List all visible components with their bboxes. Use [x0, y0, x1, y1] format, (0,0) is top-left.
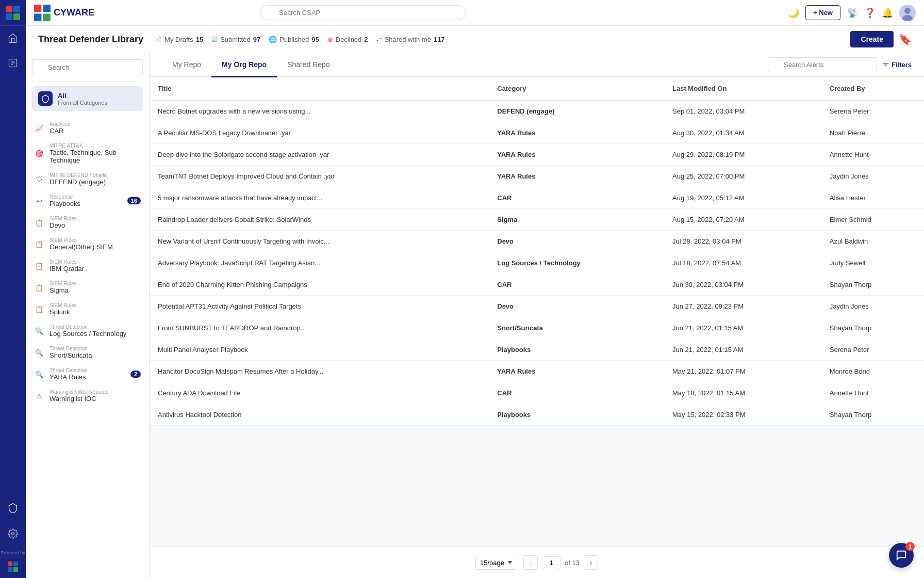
theme-toggle-icon[interactable]: 🌙 [788, 7, 799, 19]
cell-author: Serena Peter [821, 339, 924, 361]
table-row[interactable]: Antivirus Hacktool Detection Playbooks M… [150, 404, 924, 426]
per-page-select[interactable]: 15/page 25/page 50/page [475, 556, 517, 570]
sidebar-item-log-sources--technology[interactable]: 🔍 Threat Detection Log Sources / Technol… [26, 320, 149, 342]
col-header-created_by: Created By [821, 77, 924, 100]
page-nav: ‹ of 13 › [523, 555, 598, 570]
tab-shared_repo[interactable]: Shared Repo [277, 53, 340, 77]
create-button[interactable]: Create [850, 31, 894, 47]
cell-date: Jun 27, 2022, 09:23 PM [664, 296, 821, 317]
notification-icon[interactable]: 🔔 [882, 7, 893, 19]
sidebar-item-splunk[interactable]: 📋 SIEM Rules Splunk [26, 298, 149, 320]
cat-badge: 16 [127, 197, 141, 204]
table-row[interactable]: Potential APT31 Activity Against Politic… [150, 296, 924, 317]
svg-rect-10 [13, 561, 18, 566]
svg-rect-12 [13, 567, 18, 572]
cell-author: Azul Baldwin [821, 231, 924, 252]
table-row[interactable]: A Peculiar MS-DOS Legacy Downloader .yar… [150, 122, 924, 144]
table-row[interactable]: Raindrop Loader delivers Cobalt Strike; … [150, 209, 924, 231]
cell-category: Playbooks [489, 339, 664, 361]
nav-item-shield[interactable] [0, 496, 26, 519]
cell-author: Jaydin Jones [821, 296, 924, 317]
sidebar-item-defend-engage[interactable]: 🛡 MITRE DEFEND / Shield DEFEND (engage) [26, 168, 149, 190]
new-button[interactable]: + New [805, 5, 840, 20]
sidebar-item-tactic,-technique,-sub-technique[interactable]: 🎯 MITRE ATT&K Tactic, Technique, Sub-Tec… [26, 139, 149, 168]
cell-author: Annette Hunt [821, 382, 924, 404]
rss-icon[interactable]: 📡 [847, 7, 858, 19]
nav-item-settings[interactable] [0, 522, 26, 545]
sidebar-item-yara-rules[interactable]: 🔍 Threat Detection YARA Rules 2 [26, 363, 149, 385]
table-row[interactable]: Hancitor DocuSign Malspam Resumes After … [150, 361, 924, 382]
table-row[interactable]: New Variant of Ursnif Continuously Targe… [150, 231, 924, 252]
cat-name: IBM Qradar [50, 265, 141, 272]
table-row[interactable]: Adversary Playbook: JavaScript RAT Targe… [150, 252, 924, 274]
next-page-button[interactable]: › [584, 555, 598, 570]
cell-date: Aug 25, 2022, 07:00 PM [664, 166, 821, 187]
cat-badge: 2 [130, 371, 141, 378]
sidebar-item-ibm-qradar[interactable]: 📋 SIEM Rules IBM Qradar [26, 255, 149, 277]
table-row[interactable]: Century ADA Download File CAR May 18, 20… [150, 382, 924, 404]
submitted-icon: ☑ [211, 36, 218, 43]
badge-submitted[interactable]: ☑ Submitted 97 [211, 36, 260, 43]
cell-category: CAR [489, 187, 664, 209]
cell-author: Serena Peter [821, 100, 924, 122]
sidebar-item-sigma[interactable]: 📋 SIEM Rules Sigma [26, 277, 149, 298]
sidebar-item-generalother-siem[interactable]: 📋 SIEM Rules General(Other) SIEM [26, 233, 149, 255]
sidebar-search-input[interactable] [32, 59, 143, 75]
sidebar-item-playbooks[interactable]: ↩ Response Playbooks 16 [26, 190, 149, 212]
cat-name: YARA Rules [50, 373, 125, 381]
sidebar-all-categories[interactable]: All From all Categories [32, 86, 143, 111]
cell-category: Sigma [489, 209, 664, 231]
cat-icon: 📋 [34, 304, 44, 314]
bookmark-icon[interactable]: 🔖 [899, 33, 912, 45]
cat-icon: 🔍 [34, 369, 44, 379]
badge-my-drafts-count: 15 [196, 36, 203, 43]
header-actions: 🌙 + New 📡 ❓ 🔔 [788, 5, 916, 21]
cat-name: Devo [50, 221, 141, 229]
cat-type: Warninglist/ Well Reputed [50, 389, 141, 395]
avatar[interactable] [899, 5, 916, 21]
tab-my_repo[interactable]: My Repo [162, 53, 211, 77]
global-search-input[interactable] [260, 5, 466, 20]
badge-declined[interactable]: ⊗ Declined 2 [327, 36, 368, 43]
table-row[interactable]: Necro Botnet upgrades with a new version… [150, 100, 924, 122]
prev-page-button[interactable]: ‹ [523, 555, 538, 570]
sidebar-item-devo[interactable]: 📋 SIEM Rules Devo [26, 212, 149, 233]
svg-rect-9 [8, 561, 12, 566]
cell-title: A Peculiar MS-DOS Legacy Downloader .yar [150, 122, 489, 144]
table-row[interactable]: End of 2020 Charming Kitten Phishing Cam… [150, 274, 924, 296]
badge-submitted-count: 97 [253, 36, 260, 43]
table-row[interactable]: Deep dive into the Solorigate second-sta… [150, 144, 924, 166]
nav-item-home[interactable] [0, 26, 26, 51]
col-header-last_modified: Last Modified On [664, 77, 821, 100]
svg-rect-2 [6, 13, 12, 20]
sidebar-item-snortsuricata[interactable]: 🔍 Threat Detection Snort/Suricata [26, 342, 149, 363]
badge-my-drafts[interactable]: 📄 My Drafts 15 [154, 36, 203, 43]
sidebar-item-warninglist-ioc[interactable]: ⚠ Warninglist/ Well Reputed Warninglist … [26, 385, 149, 407]
help-icon[interactable]: ❓ [864, 7, 876, 19]
filters-button[interactable]: Filters [882, 61, 912, 69]
table-row[interactable]: TeamTNT Botnet Deploys Improved Cloud an… [150, 166, 924, 187]
cell-date: Sep 01, 2022, 03:04 PM [664, 100, 821, 122]
cell-author: Judy Sewell [821, 252, 924, 274]
badge-published-count: 95 [311, 36, 319, 43]
cell-category: YARA Rules [489, 144, 664, 166]
table-row[interactable]: 5 major ransomware attacks that have alr… [150, 187, 924, 209]
nav-item-documents[interactable] [0, 51, 26, 75]
cat-icon: 📋 [34, 239, 44, 249]
search-alerts-input[interactable] [768, 57, 877, 72]
app-logo-nav[interactable] [0, 0, 26, 26]
badge-shared-with-me[interactable]: ⇌ Shared with me 117 [376, 36, 445, 43]
cell-date: May 18, 2022, 01:15 AM [664, 382, 821, 404]
chat-bubble[interactable]: 1 [889, 543, 914, 568]
cat-icon: 📋 [34, 217, 44, 228]
tab-my_org_repo[interactable]: My Org Repo [211, 53, 277, 77]
page-input[interactable] [542, 556, 560, 569]
table-row[interactable]: From SUNBURST to TEARDROP and Raindrop..… [150, 317, 924, 339]
sidebar-item-car[interactable]: 📈 Analytics CAR [26, 117, 149, 139]
cat-type: MITRE DEFEND / Shield [50, 172, 141, 178]
table-row[interactable]: Multi Panel Analyser Playbook Playbooks … [150, 339, 924, 361]
cat-type: Threat Detection [50, 324, 141, 330]
col-header-category: Category [489, 77, 664, 100]
badge-published[interactable]: 🌐 Published 95 [269, 36, 319, 43]
svg-rect-13 [34, 5, 41, 12]
